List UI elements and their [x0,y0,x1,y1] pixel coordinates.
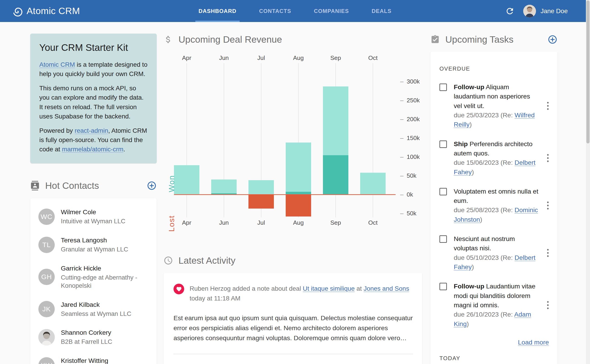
add-task-button[interactable] [548,34,557,45]
contact-row[interactable]: TL Teresa Langosh Granular at Wyman LLC [38,236,150,254]
contact-detail: Seamless at Wyman LLC [61,310,131,318]
chart-x-label-top: Sep [330,54,341,61]
contact-name: Jared Kilback [61,300,131,309]
task-due: due 15/06/2023 (Re: Delbert Fahey) [454,158,540,177]
contact-avatar: TL [38,237,55,253]
task-text: Ship Perferendis architecto autem quos. [454,140,533,157]
task-checkbox[interactable] [439,188,447,195]
atomic-crm-logo-icon [13,6,22,16]
chart-x-label-bottom: Jul [257,219,265,226]
task-due: due 25/03/2023 (Re: Wilfred Reilly) [454,110,540,129]
task-due: due 26/10/2023 (Re: Adam King) [454,310,540,329]
chart-x-label-bottom: Jun [219,219,229,226]
contact-row[interactable]: WC Wilmer Cole Intuitive at Wyman LLC [38,208,150,225]
chart-x-label-top: Apr [182,54,191,61]
chart-zero-line [174,194,396,195]
contact-detail: Cutting-edge at Abernathy - Konopelski [61,273,150,290]
contact-name: Shannon Corkery [61,328,112,337]
task-due: due 05/10/2023 (Re: Delbert Fahey) [454,253,540,272]
won-axis-label: Won [167,156,176,192]
lost-axis-label: Lost [167,198,176,232]
task-due: due 25/08/2023 (Re: Dominic Johnston) [454,205,540,224]
contacts-icon [30,181,40,190]
contact-detail: Granular at Wyman LLC [61,245,128,254]
starter-kit-paragraph: Atomic CRM is a template designed to hel… [39,60,148,78]
activity-item: Ruben Herzog added a note about deal Ut … [173,284,413,303]
app-title: Atomic CRM [27,6,80,16]
chart-y-tick: –250k [400,97,420,104]
task-menu-button[interactable] [547,153,549,163]
load-more-link[interactable]: Load more [518,338,549,346]
contact-row[interactable]: KW Kristoffer Witting Sexy at Wyman LLC [38,357,150,364]
upcoming-tasks-title: Upcoming Tasks [445,34,542,45]
atomic-crm-link[interactable]: Atomic CRM [39,61,75,68]
bar-lost [286,195,311,216]
page-scrollbar[interactable] [586,0,590,364]
contact-row[interactable]: JK Jared Kilback Seamless at Wyman LLC [38,300,150,318]
left-column: Your CRM Starter Kit Atomic CRM is a tem… [30,34,157,364]
starter-kit-card: Your CRM Starter Kit Atomic CRM is a tem… [30,34,157,163]
marmelab-repo-link[interactable]: marmelab/atomic-crm [62,146,124,153]
latest-activity-header: Latest Activity [164,255,422,266]
contact-row[interactable]: Shannon Corkery B2B at Farrell LLC [38,328,150,346]
tab-dashboard[interactable]: DASHBOARD [195,0,239,22]
task-menu-button[interactable] [547,248,549,258]
clock-icon [164,256,173,265]
revenue-chart-title: Upcoming Deal Revenue [179,34,422,45]
chart-y-tick: –50k [400,172,416,179]
user-menu[interactable]: Jane Doe [523,5,568,18]
revenue-header: Upcoming Deal Revenue [164,34,422,46]
bar-pending [286,143,311,195]
task-item: Voluptatem est omnis nulla et eum. due 2… [439,187,549,224]
task-checkbox[interactable] [439,283,447,290]
tab-deals[interactable]: DEALS [369,0,395,22]
contact-avatar-photo [38,329,55,345]
task-text: Nesciunt aut nostrum voluptas nisi. [454,235,515,252]
bar-pending [211,180,237,195]
task-text: Follow-up Laudantium vitae modi qui blan… [454,283,536,309]
bar-pending [360,173,386,195]
task-text: Voluptatem est omnis nulla et eum. [454,188,538,204]
deal-note-icon [173,284,184,294]
task-menu-button[interactable] [547,101,549,111]
task-checkbox[interactable] [439,235,447,243]
chart-x-label-bottom: Apr [182,219,191,226]
middle-column: Upcoming Deal Revenue AprAprJunJunJulJul… [164,34,422,364]
task-checkbox[interactable] [439,84,447,91]
chart-y-tick: –50k [400,210,416,217]
latest-activity-title: Latest Activity [179,255,422,266]
hot-contacts-card: WC Wilmer Cole Intuitive at Wyman LLC TL… [30,198,157,364]
starter-kit-paragraph: Powered by react-admin, Atomic CRM is fu… [39,126,148,154]
right-column: Upcoming Tasks OVERDUE Follow-up Aliquam… [430,34,557,364]
header-actions: Jane Doe [505,5,568,18]
task-menu-button[interactable] [547,201,549,210]
task-item: Nesciunt aut nostrum voluptas nisi. due … [439,234,549,272]
refresh-icon[interactable] [505,6,515,16]
task-menu-button[interactable] [547,300,549,310]
deal-link[interactable]: Ut itaque similique [303,285,355,292]
tab-companies[interactable]: COMPANIES [311,0,352,22]
contact-name: Teresa Langosh [61,236,128,244]
contact-row[interactable]: GH Garrick Hickle Cutting-edge at Aberna… [38,264,150,290]
chart-x-label-bottom: Aug [293,219,304,226]
upcoming-tasks-card: OVERDUE Follow-up Aliquam laudantium non… [430,52,557,364]
tab-contacts[interactable]: CONTACTS [256,0,294,22]
contact-avatar: GH [38,269,55,285]
brand: Atomic CRM [13,6,80,16]
note-excerpt: Est earum ipsa aut quo ipsum sunt quia q… [173,313,413,343]
bar-pending [248,180,274,195]
contact-detail: Intuitive at Wyman LLC [61,217,125,225]
starter-kit-paragraph: This demo runs on a mock API, so you can… [39,84,148,121]
latest-activity-card: Ruben Herzog added a note about deal Ut … [164,273,422,364]
scrollbar-thumb[interactable] [586,0,590,143]
react-admin-link[interactable]: react-admin [75,127,108,134]
main-nav: DASHBOARD CONTACTS COMPANIES DEALS [195,0,395,22]
task-checkbox[interactable] [439,140,447,148]
company-link[interactable]: Jones and Sons [364,285,409,292]
today-label: TODAY [439,355,549,362]
chart-x-label-top: Oct [368,54,378,61]
upcoming-tasks-header: Upcoming Tasks [430,34,557,46]
add-contact-button[interactable] [147,181,157,191]
contact-name: Garrick Hickle [61,264,150,273]
chart-y-tick: –200k [400,116,420,123]
